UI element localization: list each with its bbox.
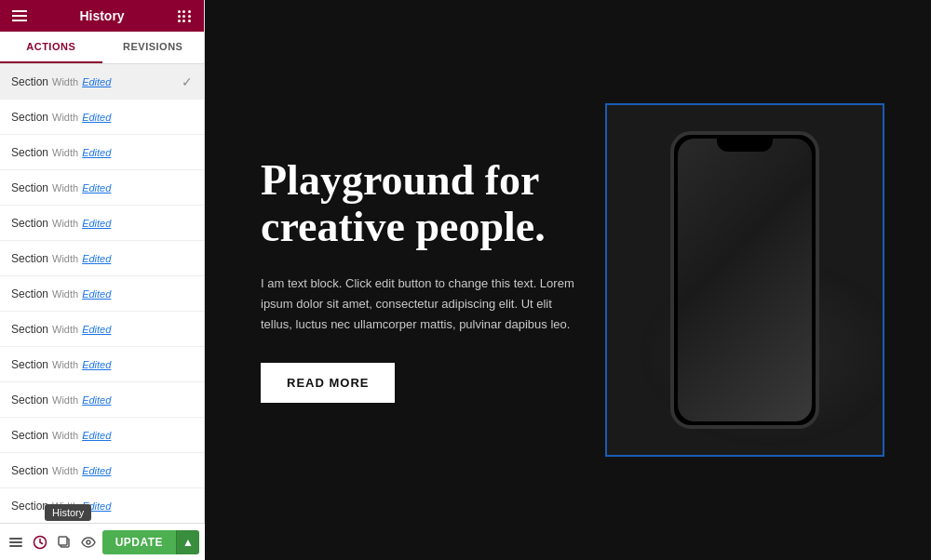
history-button[interactable]	[30, 529, 50, 555]
list-item[interactable]: Section Width Edited	[0, 382, 204, 418]
phone-device	[670, 131, 819, 429]
content-inner: Playground for creative people. I am tex…	[205, 66, 931, 494]
item-label: Section	[11, 358, 48, 371]
svg-rect-1	[9, 541, 22, 543]
item-sublabel: Width	[52, 112, 78, 123]
svg-rect-5	[59, 537, 67, 545]
main-content: Playground for creative people. I am tex…	[205, 0, 931, 560]
item-sublabel: Width	[52, 324, 78, 335]
item-label: Section	[11, 500, 48, 513]
list-item[interactable]: Section Width Edited	[0, 488, 204, 524]
item-sublabel: Width	[52, 430, 78, 441]
item-label: Section	[11, 75, 48, 88]
list-item[interactable]: Section Width Edited	[0, 453, 204, 488]
phone-screen-content	[678, 139, 812, 421]
item-sublabel: Width	[52, 147, 78, 158]
list-item[interactable]: Section Width Edited	[0, 206, 204, 241]
item-link[interactable]: Edited	[82, 112, 111, 123]
history-panel: History ACTIONS REVISIONS Section Width …	[0, 0, 205, 560]
item-link[interactable]: Edited	[82, 324, 111, 335]
phone-screen	[678, 139, 812, 421]
duplicate-button[interactable]	[54, 529, 74, 555]
history-list: Section Width Edited ✓ Section Width Edi…	[0, 64, 204, 560]
item-label: Section	[11, 393, 48, 407]
item-sublabel: Width	[52, 76, 78, 87]
eye-button[interactable]	[78, 529, 99, 555]
hero-title: Playground for creative people.	[261, 157, 577, 251]
phone-notch	[717, 135, 773, 152]
item-link[interactable]: Edited	[82, 359, 111, 370]
item-label: Section	[11, 287, 48, 300]
hero-body: I am text block. Click edit button to ch…	[261, 273, 577, 335]
tab-actions[interactable]: ACTIONS	[0, 32, 102, 63]
item-label: Section	[11, 464, 48, 477]
bottom-toolbar: History UPDATE ▲	[0, 523, 205, 560]
item-label: Section	[11, 146, 48, 159]
item-sublabel: Width	[52, 253, 78, 264]
item-link[interactable]: Edited	[82, 76, 111, 87]
read-more-button[interactable]: READ MORE	[261, 363, 395, 403]
item-label: Section	[11, 217, 48, 230]
list-item[interactable]: Section Width Edited	[0, 418, 204, 453]
tab-revisions[interactable]: REVISIONS	[102, 32, 205, 63]
layers-button[interactable]	[6, 529, 26, 555]
phone-block	[605, 103, 884, 457]
item-link[interactable]: Edited	[82, 147, 111, 158]
item-label: Section	[11, 252, 48, 265]
phone-image	[607, 105, 883, 455]
item-sublabel: Width	[52, 359, 78, 370]
list-item[interactable]: Section Width Edited	[0, 170, 204, 206]
item-sublabel: Width	[52, 288, 78, 300]
item-link[interactable]: Edited	[82, 465, 111, 476]
item-sublabel: Width	[52, 218, 78, 229]
list-item[interactable]: Section Width Edited	[0, 347, 204, 382]
list-item[interactable]: Section Width Edited	[0, 312, 204, 347]
text-block: Playground for creative people. I am tex…	[261, 157, 577, 403]
panel-tabs: ACTIONS REVISIONS	[0, 32, 204, 64]
list-item[interactable]: Section Width Edited	[0, 241, 204, 276]
list-item[interactable]: Section Width Edited	[0, 100, 204, 135]
grid-icon[interactable]	[174, 6, 195, 26]
svg-rect-2	[9, 538, 22, 540]
item-sublabel: Width	[52, 394, 78, 406]
list-item[interactable]: Section Width Edited ✓	[0, 64, 204, 100]
item-label: Section	[11, 323, 48, 336]
list-item[interactable]: Section Width Edited	[0, 276, 204, 312]
item-link[interactable]: Edited	[82, 430, 111, 441]
item-link[interactable]: Edited	[82, 288, 111, 300]
update-button-group: UPDATE ▲	[102, 530, 199, 554]
svg-point-6	[87, 540, 90, 544]
hamburger-icon[interactable]	[9, 6, 30, 26]
item-label: Section	[11, 111, 48, 124]
list-item[interactable]: Section Width Edited	[0, 135, 204, 170]
item-label: Section	[11, 181, 48, 194]
update-main-button[interactable]: UPDATE	[102, 530, 176, 554]
item-sublabel: Width	[52, 465, 78, 476]
item-link[interactable]: Edited	[82, 182, 111, 193]
item-link[interactable]: Edited	[82, 394, 111, 406]
update-dropdown-button[interactable]: ▲	[176, 530, 199, 554]
item-label: Section	[11, 429, 48, 442]
phone-outline	[670, 131, 819, 429]
tooltip: History	[45, 504, 91, 521]
check-icon: ✓	[182, 74, 193, 89]
svg-rect-0	[9, 545, 22, 547]
item-link[interactable]: Edited	[82, 218, 111, 229]
panel-title: History	[30, 8, 174, 23]
item-link[interactable]: Edited	[82, 253, 111, 264]
panel-header: History	[0, 0, 204, 32]
item-sublabel: Width	[52, 182, 78, 193]
